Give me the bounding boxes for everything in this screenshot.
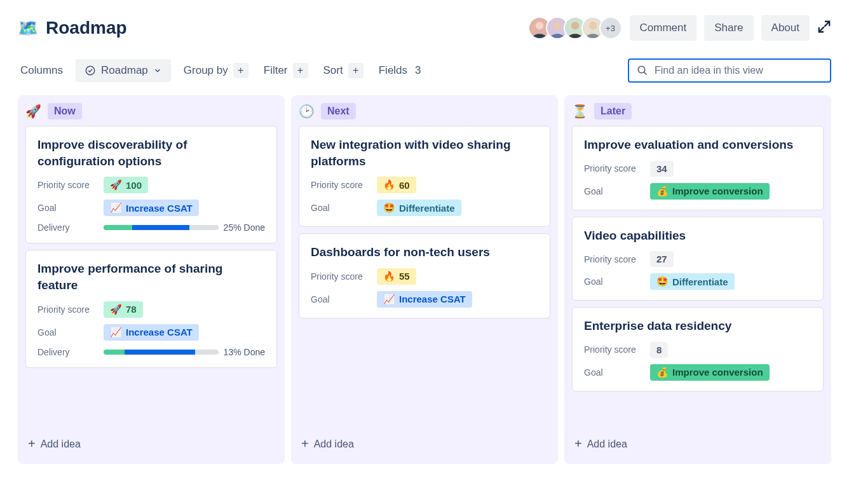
priority-value: 8 bbox=[656, 344, 662, 355]
field-label: Goal bbox=[311, 203, 368, 213]
comment-button[interactable]: Comment bbox=[630, 15, 697, 41]
card-title: Improve evaluation and conversions bbox=[584, 137, 812, 153]
priority-pill: 🔥60 bbox=[377, 177, 416, 193]
card-title: Improve discoverability of configuration… bbox=[37, 137, 265, 169]
search-box[interactable] bbox=[628, 58, 831, 83]
fields-control[interactable]: Fields 3 bbox=[376, 60, 424, 81]
groupby-control[interactable]: Group by + bbox=[181, 59, 251, 82]
check-circle-icon bbox=[85, 65, 96, 76]
goal-emoji-icon: 🤩 bbox=[383, 202, 395, 214]
svg-point-1 bbox=[535, 22, 543, 29]
progress-bar bbox=[104, 225, 219, 230]
goal-value: Increase CSAT bbox=[126, 203, 193, 214]
columns-value: Roadmap bbox=[101, 64, 148, 77]
card[interactable]: Improve performance of sharing featurePr… bbox=[25, 250, 277, 367]
done-text: 13% Done bbox=[224, 347, 265, 357]
search-input[interactable] bbox=[655, 65, 822, 76]
share-button[interactable]: Share bbox=[704, 15, 753, 41]
groupby-label: Group by bbox=[184, 64, 228, 77]
field-label: Priority score bbox=[37, 304, 95, 315]
card-title: New integration with video sharing platf… bbox=[311, 137, 538, 169]
goal-pill: 📈Increase CSAT bbox=[377, 291, 472, 308]
card-title: Dashboards for non-tech users bbox=[311, 244, 538, 261]
card[interactable]: Improve discoverability of configuration… bbox=[25, 126, 277, 243]
card[interactable]: New integration with video sharing platf… bbox=[299, 126, 550, 227]
plus-icon: + bbox=[233, 63, 248, 78]
progress-wrap: 13% Done bbox=[104, 347, 265, 357]
priority-emoji-icon: 🔥 bbox=[383, 179, 395, 191]
svg-point-3 bbox=[553, 22, 560, 29]
column-header: ⏳Later bbox=[572, 103, 824, 119]
goal-emoji-icon: 💰 bbox=[656, 367, 669, 378]
sort-label: Sort bbox=[323, 64, 343, 77]
add-idea-label: Add idea bbox=[314, 439, 354, 450]
card[interactable]: Improve evaluation and conversionsPriori… bbox=[572, 126, 824, 210]
field-label: Priority score bbox=[584, 163, 641, 174]
goal-emoji-icon: 💰 bbox=[656, 186, 669, 197]
card[interactable]: Video capabilitiesPriority score27Goal🤩D… bbox=[572, 217, 824, 301]
field-label: Priority score bbox=[584, 344, 641, 355]
fields-label: Fields bbox=[379, 64, 407, 77]
field-label: Delivery bbox=[37, 347, 95, 357]
column-emoji-icon: ⏳ bbox=[572, 104, 588, 119]
plus-icon: + bbox=[574, 437, 582, 451]
avatar-group[interactable]: +3 bbox=[528, 17, 622, 39]
card[interactable]: Enterprise data residencyPriority score8… bbox=[572, 307, 824, 392]
page-title: Roadmap bbox=[46, 18, 127, 38]
goal-pill: 💰Improve conversion bbox=[650, 364, 770, 381]
add-idea-label: Add idea bbox=[41, 439, 81, 450]
field-label: Priority score bbox=[311, 271, 368, 282]
avatar-more[interactable]: +3 bbox=[599, 17, 622, 39]
columns-selector[interactable]: Roadmap bbox=[76, 59, 171, 82]
priority-value: 100 bbox=[126, 180, 142, 191]
column: 🕑NextNew integration with video sharing … bbox=[291, 95, 558, 464]
plus-icon: + bbox=[348, 63, 363, 78]
column-emoji-icon: 🕑 bbox=[299, 104, 315, 119]
card-title: Video capabilities bbox=[584, 228, 812, 244]
priority-pill: 34 bbox=[650, 161, 674, 177]
field-label: Goal bbox=[584, 367, 641, 378]
add-idea-button[interactable]: +Add idea bbox=[25, 432, 277, 456]
priority-pill: 🔥55 bbox=[377, 268, 416, 285]
goal-value: Increase CSAT bbox=[399, 294, 466, 304]
search-icon bbox=[637, 65, 648, 76]
goal-value: Differentiate bbox=[399, 203, 455, 214]
priority-emoji-icon: 🚀 bbox=[110, 304, 122, 315]
filter-control[interactable]: Filter + bbox=[261, 59, 311, 82]
card[interactable]: Dashboards for non-tech usersPriority sc… bbox=[299, 233, 550, 318]
columns-label[interactable]: Columns bbox=[18, 60, 65, 81]
expand-icon[interactable] bbox=[817, 20, 831, 36]
goal-value: Differentiate bbox=[672, 276, 728, 287]
add-idea-button[interactable]: +Add idea bbox=[299, 432, 550, 456]
goal-pill: 📈Increase CSAT bbox=[104, 324, 199, 341]
filter-label: Filter bbox=[264, 64, 288, 77]
column-header: 🚀Now bbox=[25, 103, 277, 119]
card-title: Enterprise data residency bbox=[584, 318, 812, 334]
field-label: Delivery bbox=[37, 222, 95, 233]
toolbar: Columns Roadmap Group by + Filter + Sort… bbox=[18, 58, 831, 83]
progress-wrap: 25% Done bbox=[104, 222, 265, 233]
field-label: Priority score bbox=[37, 180, 95, 190]
plus-icon: + bbox=[293, 63, 308, 78]
add-idea-button[interactable]: +Add idea bbox=[572, 432, 824, 456]
add-idea-label: Add idea bbox=[587, 439, 627, 450]
goal-value: Increase CSAT bbox=[126, 327, 193, 337]
priority-pill: 27 bbox=[650, 251, 674, 267]
priority-value: 34 bbox=[656, 163, 667, 174]
board: 🚀NowImprove discoverability of configura… bbox=[18, 95, 831, 464]
card-title: Improve performance of sharing feature bbox=[37, 261, 265, 293]
goal-emoji-icon: 📈 bbox=[110, 202, 122, 214]
priority-value: 27 bbox=[656, 254, 667, 264]
column-label: Later bbox=[594, 103, 632, 119]
goal-pill: 📈Increase CSAT bbox=[104, 200, 199, 216]
about-button[interactable]: About bbox=[761, 15, 810, 41]
priority-value: 78 bbox=[126, 304, 137, 315]
toolbar-left: Columns Roadmap Group by + Filter + Sort… bbox=[18, 59, 424, 82]
goal-emoji-icon: 📈 bbox=[383, 294, 395, 305]
header-right: +3 Comment Share About bbox=[528, 15, 832, 41]
map-icon: 🗺️ bbox=[18, 18, 38, 38]
field-label: Goal bbox=[584, 186, 641, 196]
sort-control[interactable]: Sort + bbox=[321, 59, 366, 82]
progress-bar bbox=[104, 350, 219, 355]
column: ⏳LaterImprove evaluation and conversions… bbox=[564, 95, 831, 464]
